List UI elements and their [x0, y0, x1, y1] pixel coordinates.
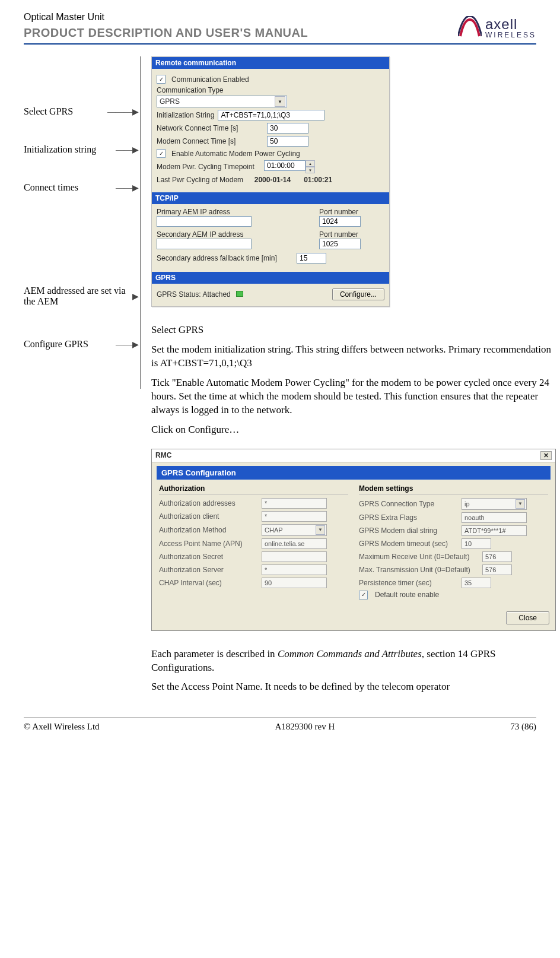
extra-flags-label: GPRS Extra Flags [359, 513, 457, 522]
last-cycle-label: Last Pwr Cycling of Modem [157, 176, 243, 184]
cycle-time-label: Modem Pwr. Cycling Timepoint [157, 163, 260, 171]
auto-cycle-label: Enable Automatic Modem Power Cycling [171, 150, 300, 158]
conn-type-select[interactable]: ip▼ [462, 498, 527, 510]
spin-down-icon[interactable]: ▼ [306, 167, 315, 173]
auth-addresses-label: Authorization addresses [159, 499, 257, 507]
modem-head: Modem settings [359, 484, 548, 494]
init-string-label: Initialization String [157, 111, 214, 119]
chap-interval-input[interactable] [262, 578, 327, 588]
authorization-column: Authorization Authorization addresses Au… [159, 484, 348, 602]
page-header: Optical Master Unit PRODUCT DESCRIPTION … [24, 12, 536, 45]
modem-connect-label: Modem Connect Time [s] [157, 137, 263, 145]
close-icon[interactable]: ✕ [540, 451, 552, 460]
close-button[interactable]: Close [506, 611, 549, 624]
body-p6: Set the Access Point Name. It needs to b… [151, 680, 556, 694]
secondary-ip-label: Secondary AEM IP address [157, 230, 307, 239]
last-cycle-date: 2000-01-14 [254, 176, 291, 184]
auth-secret-label: Authorization Secret [159, 553, 257, 561]
arrow-icon: ▶ [132, 291, 139, 302]
closing-copy: Each parameter is described in Common Co… [151, 648, 556, 694]
spin-buttons[interactable]: ▲ ▼ [306, 160, 315, 173]
rmc-window: RMC ✕ GPRS Configuration Authorization A… [151, 449, 556, 631]
init-string-input[interactable] [218, 110, 324, 120]
body-p5: Each parameter is described in Common Co… [151, 648, 556, 675]
body-p1: Select GPRS [151, 323, 556, 337]
body-p2: Set the modem initialization string. Thi… [151, 343, 556, 370]
callout-column: Select GPRS―――▶ Initialization string――▶… [24, 56, 141, 389]
mtu-input[interactable] [482, 564, 512, 575]
mtu-label: Max. Transmission Unit (0=Default) [359, 566, 478, 574]
net-connect-label: Network Connect Time [s] [157, 124, 263, 132]
chap-interval-label: CHAP Interval (sec) [159, 579, 257, 587]
net-connect-input[interactable] [267, 123, 308, 134]
secondary-ip-input[interactable] [157, 239, 252, 249]
logo-subtext: WIRELESS [485, 31, 536, 39]
auth-secret-input[interactable] [262, 551, 327, 562]
comm-enabled-label: Communication Enabled [171, 75, 249, 84]
status-indicator-icon [236, 291, 243, 297]
comm-enabled-checkbox[interactable]: ✓ [157, 75, 166, 84]
spin-up-icon[interactable]: ▲ [306, 160, 315, 167]
auth-method-select[interactable]: CHAP▼ [262, 524, 327, 536]
footer-right: 73 (86) [510, 722, 536, 732]
cycle-time-input[interactable] [264, 160, 306, 171]
apn-label: Access Point Name (APN) [159, 540, 257, 548]
auth-client-input[interactable] [262, 511, 327, 522]
default-route-checkbox[interactable]: ✓ [359, 591, 368, 599]
gprs-status-value: Attached [202, 290, 230, 299]
fallback-label: Secondary address fallback time [min] [157, 254, 293, 262]
manual-title: PRODUCT DESCRIPTION AND USER'S MANUAL [24, 26, 308, 40]
body-p4: Click on Configure… [151, 423, 556, 437]
persist-input[interactable] [462, 578, 491, 588]
callout-aem-addresses: AEM addressed are set via the AEM▶ [24, 286, 136, 307]
mru-input[interactable] [482, 551, 512, 562]
page-footer: © Axell Wireless Ltd A1829300 rev H 73 (… [24, 718, 536, 732]
arrow-icon: ――▶ [116, 340, 139, 350]
fallback-input[interactable] [297, 253, 326, 264]
arrow-icon: ――▶ [116, 183, 139, 193]
conn-type-label: GPRS Connection Type [359, 500, 457, 508]
callout-connect-times: Connect times――▶ [24, 182, 136, 193]
modem-timeout-input[interactable] [462, 538, 491, 549]
primary-ip-input[interactable] [157, 216, 252, 227]
logo-text: axell [485, 17, 536, 31]
auth-addresses-input[interactable] [262, 498, 327, 509]
modem-settings-column: Modem settings GPRS Connection Type ip▼ … [359, 484, 548, 602]
apn-input[interactable] [262, 538, 327, 549]
footer-center: A1829300 rev H [275, 722, 335, 732]
auth-server-input[interactable] [262, 564, 327, 575]
rmc-window-title: RMC [155, 451, 171, 459]
body-p3: Tick "Enable Automatic Modem Power Cycli… [151, 376, 556, 417]
comm-type-value: GPRS [160, 97, 180, 106]
auth-server-label: Authorization Server [159, 566, 257, 574]
mru-label: Maximum Receive Unit (0=Default) [359, 553, 478, 561]
section-title-gprs: GPRS [152, 272, 389, 284]
section-title-remote: Remote communication [152, 57, 389, 69]
primary-port-label: Port number [319, 208, 384, 216]
modem-connect-input[interactable] [267, 136, 308, 147]
modem-timeout-label: GPRS Modem timeout (sec) [359, 540, 457, 548]
extra-flags-input[interactable] [462, 512, 527, 523]
auth-method-label: Authorization Method [159, 526, 257, 534]
secondary-port-input[interactable] [319, 239, 361, 249]
chevron-down-icon: ▼ [316, 525, 325, 535]
last-cycle-time: 01:00:21 [304, 176, 332, 184]
auth-client-label: Authorization client [159, 512, 257, 521]
remote-comm-panel: Remote communication ✓ Communication Ena… [151, 56, 390, 307]
auto-cycle-checkbox[interactable]: ✓ [157, 149, 166, 158]
footer-left: © Axell Wireless Ltd [24, 722, 100, 732]
brand-logo: axell WIRELESS [458, 16, 536, 40]
comm-type-label: Communication Type [157, 86, 224, 94]
primary-ip-label: Primary AEM IP adress [157, 208, 307, 216]
comm-type-select[interactable]: GPRS ▼ [157, 96, 287, 107]
gprs-config-title: GPRS Configuration [157, 466, 551, 480]
primary-port-input[interactable] [319, 216, 361, 227]
default-route-label: Default route enable [375, 591, 439, 599]
chevron-down-icon: ▼ [516, 499, 525, 509]
callout-configure-gprs: Configure GPRS――▶ [24, 339, 136, 350]
arrow-icon: ―――▶ [107, 107, 139, 117]
dial-string-label: GPRS Modem dial string [359, 526, 457, 535]
configure-button[interactable]: Configure... [332, 288, 384, 300]
dial-string-input[interactable] [462, 525, 527, 536]
persist-label: Persistence timer (sec) [359, 579, 457, 587]
